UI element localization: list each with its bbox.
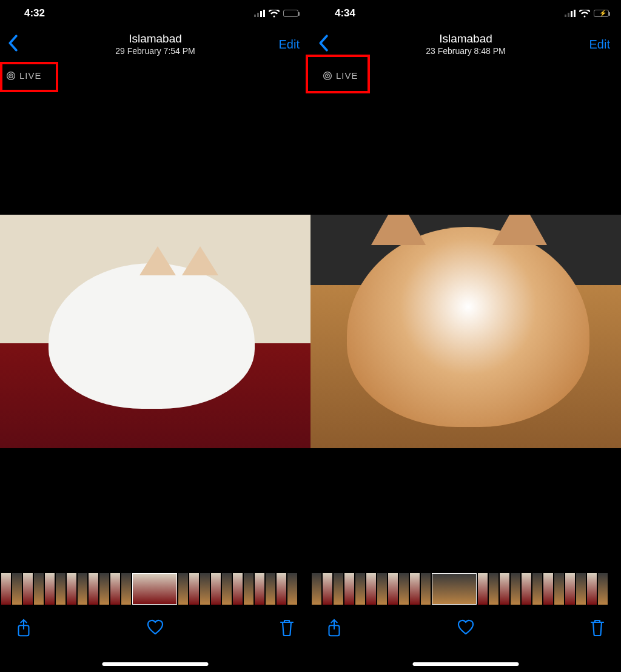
- svg-rect-2: [260, 11, 262, 17]
- status-bar: 4:32: [0, 0, 310, 27]
- thumb[interactable]: [34, 573, 44, 605]
- photo-datetime: 23 February 8:48 PM: [426, 46, 506, 56]
- thumb[interactable]: [45, 573, 55, 605]
- thumb[interactable]: [565, 573, 575, 605]
- home-indicator[interactable]: [413, 662, 519, 666]
- delete-button[interactable]: [279, 619, 295, 637]
- photo-location: Islamabad: [115, 32, 195, 46]
- svg-rect-9: [568, 13, 569, 17]
- thumb[interactable]: [355, 573, 365, 605]
- thumb-selected[interactable]: [432, 573, 477, 605]
- svg-rect-8: [565, 15, 566, 17]
- thumb[interactable]: [211, 573, 221, 605]
- annotation-rectangle: [0, 62, 58, 92]
- thumb[interactable]: [399, 573, 409, 605]
- wifi-icon: [579, 10, 590, 18]
- share-button[interactable]: [16, 619, 32, 638]
- edit-button[interactable]: Edit: [279, 38, 300, 52]
- thumb[interactable]: [532, 573, 542, 605]
- thumb[interactable]: [99, 573, 109, 605]
- thumb[interactable]: [1, 573, 11, 605]
- cellular-icon: [565, 10, 576, 17]
- edit-button[interactable]: Edit: [589, 38, 610, 52]
- share-button[interactable]: [326, 619, 342, 638]
- photo-location: Islamabad: [426, 32, 506, 46]
- battery-icon: [283, 10, 298, 17]
- thumb[interactable]: [511, 573, 520, 605]
- svg-rect-10: [571, 11, 572, 17]
- thumb[interactable]: [110, 573, 120, 605]
- thumb[interactable]: [67, 573, 76, 605]
- screen-left: 4:32 Islamabad 29 February 7:54 PM Edit: [0, 0, 310, 672]
- photo-placeholder: [310, 215, 621, 448]
- back-button[interactable]: [318, 35, 329, 54]
- status-right: [254, 10, 298, 18]
- status-right: ⚡: [565, 10, 609, 18]
- thumb[interactable]: [334, 573, 343, 605]
- thumb[interactable]: [244, 573, 253, 605]
- favorite-button[interactable]: [146, 619, 164, 636]
- thumb[interactable]: [421, 573, 431, 605]
- main-photo[interactable]: [310, 215, 621, 448]
- thumb[interactable]: [344, 573, 354, 605]
- thumb-selected[interactable]: [132, 573, 177, 605]
- title-block: Islamabad 23 February 8:48 PM: [426, 32, 506, 56]
- thumb[interactable]: [266, 573, 275, 605]
- battery-icon: ⚡: [594, 10, 609, 17]
- thumb[interactable]: [598, 573, 608, 605]
- thumb[interactable]: [56, 573, 65, 605]
- thumb[interactable]: [12, 573, 22, 605]
- back-button[interactable]: [7, 35, 18, 54]
- thumb[interactable]: [222, 573, 232, 605]
- title-block: Islamabad 29 February 7:54 PM: [115, 32, 195, 56]
- thumb[interactable]: [178, 573, 188, 605]
- photo-placeholder: [0, 215, 310, 448]
- charging-icon: ⚡: [599, 10, 606, 16]
- photo-datetime: 29 February 7:54 PM: [115, 46, 195, 56]
- thumbnail-strip[interactable]: [0, 573, 310, 605]
- annotation-rectangle: [306, 55, 370, 93]
- thumb[interactable]: [255, 573, 264, 605]
- thumb[interactable]: [287, 573, 297, 605]
- wifi-icon: [269, 10, 280, 18]
- thumb[interactable]: [200, 573, 210, 605]
- delete-button[interactable]: [589, 619, 605, 637]
- thumb[interactable]: [543, 573, 553, 605]
- thumb[interactable]: [478, 573, 488, 605]
- thumb[interactable]: [366, 573, 376, 605]
- thumb[interactable]: [323, 573, 332, 605]
- thumb[interactable]: [554, 573, 564, 605]
- thumb[interactable]: [277, 573, 286, 605]
- thumb[interactable]: [233, 573, 243, 605]
- thumb[interactable]: [576, 573, 586, 605]
- svg-rect-0: [254, 15, 256, 17]
- thumb[interactable]: [189, 573, 199, 605]
- thumb[interactable]: [377, 573, 387, 605]
- svg-rect-3: [263, 10, 265, 17]
- thumb[interactable]: [489, 573, 498, 605]
- status-time: 4:34: [335, 7, 355, 19]
- main-photo[interactable]: [0, 215, 310, 448]
- thumbnail-strip[interactable]: [310, 573, 621, 605]
- thumb[interactable]: [500, 573, 509, 605]
- cat-illustration: [347, 227, 589, 427]
- thumb[interactable]: [522, 573, 531, 605]
- thumb[interactable]: [23, 573, 33, 605]
- home-indicator[interactable]: [102, 662, 209, 666]
- thumb[interactable]: [388, 573, 398, 605]
- status-bar: 4:34 ⚡: [310, 0, 621, 27]
- svg-rect-11: [574, 10, 576, 17]
- thumb[interactable]: [312, 573, 321, 605]
- nav-header: Islamabad 29 February 7:54 PM Edit: [0, 27, 310, 62]
- thumb[interactable]: [587, 573, 597, 605]
- svg-rect-1: [257, 13, 259, 17]
- thumb[interactable]: [410, 573, 420, 605]
- status-time: 4:32: [24, 7, 45, 19]
- cat-illustration: [49, 263, 255, 409]
- favorite-button[interactable]: [457, 619, 475, 636]
- screen-right: 4:34 ⚡ Islamabad 23 February 8:48 PM Edi…: [310, 0, 621, 672]
- thumb[interactable]: [89, 573, 98, 605]
- cellular-icon: [254, 10, 265, 17]
- thumb[interactable]: [78, 573, 87, 605]
- thumb[interactable]: [121, 573, 131, 605]
